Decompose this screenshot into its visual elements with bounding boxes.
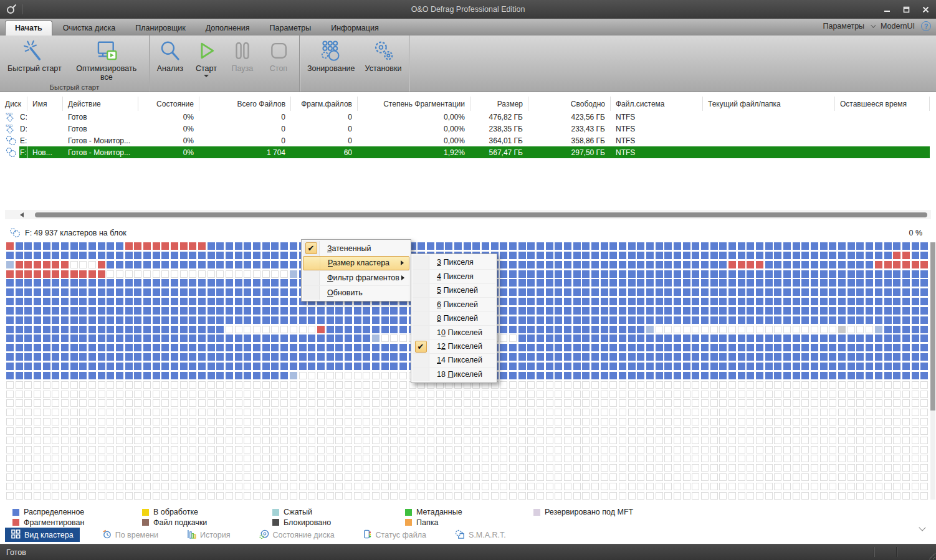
drive-row-d[interactable]: SSDD:Готов0%000,00%238,35 ГБ233,43 ГБNTF… [0,123,930,135]
view-tab-вид-кластера[interactable]: Вид кластера [5,528,80,542]
column-header-размер[interactable]: Размер [470,97,528,111]
быстрый-старт-button[interactable]: Быстрый старт [2,37,67,75]
ribbon-options-button[interactable]: Параметры [823,22,864,31]
ribbon-tab-начать[interactable]: Начать [5,21,52,36]
column-header-оставшееся-время[interactable]: Оставшееся время [835,97,930,111]
cluster-cell [582,242,590,250]
column-header-имя[interactable]: Имя [27,97,63,111]
cluster-cell [327,372,334,379]
column-header-текущий-файл-папка[interactable]: Текущий файл/папка [703,97,835,111]
cluster-cell [801,270,809,278]
cluster-cell [719,242,727,250]
column-header-действие[interactable]: Действие [63,97,138,111]
оптимизировать-все-button[interactable]: Оптимизировать все [67,37,146,83]
cluster-cell [701,270,709,278]
cluster-cell [801,307,809,315]
cluster-cell [856,316,864,324]
зонирование-button[interactable]: Зонирование [302,37,360,75]
cluster-cell [235,261,242,268]
cluster-cell [244,446,251,453]
cluster-cell [491,399,499,407]
horizontal-scrollbar[interactable] [5,210,931,219]
column-header-фрагм.файлов[interactable]: Фрагм.файлов [291,97,358,111]
minimize-icon[interactable] [880,4,894,15]
ribbon-tab-планировщик[interactable]: Планировщик [126,21,194,36]
cluster-cell [491,464,499,472]
view-tab-статус-файла[interactable]: Статус файла [357,528,432,542]
submenu-item-4-пикселя[interactable]: 4 Пикселя [413,269,495,283]
cluster-cell [299,391,307,398]
chevron-down-icon[interactable] [919,524,925,531]
cluster-cell [884,427,892,435]
submenu-item-10-пикселей[interactable]: 10 Пикселей [413,325,495,339]
modernui-toggle[interactable]: ModernUI [881,22,915,31]
column-header-всего-файлов[interactable]: Всего Файлов [199,97,291,111]
cluster-cell [345,483,352,490]
view-tab-по-времени[interactable]: По времени [96,528,165,542]
horizontal-scrollbar-thumb[interactable] [35,212,927,217]
cluster-cell [820,372,828,379]
view-tab-s.m.a.r.t.[interactable]: S.M.A.R.T. [449,528,512,542]
menu-item-фильтр-фрагментов[interactable]: Фильтр фрагментов [303,270,409,285]
column-header-степень-фрагментации[interactable]: Степень Фрагментации [358,97,470,111]
submenu-item-8-пикселей[interactable]: 8 Пикселей [413,311,495,325]
close-icon[interactable] [919,4,932,15]
drive-row-c[interactable]: SSDC:Готов0%000,00%476,82 ГБ423,56 ГБNTF… [0,111,930,123]
submenu-item-3-пикселя[interactable]: 3 Пикселя [413,255,495,269]
cluster-cell [345,316,352,324]
submenu-item-18-пикселей[interactable]: 18 Пикселей [413,367,495,381]
cluster-cell [884,326,892,333]
cell-всего-файлов: 0 [199,123,291,135]
cluster-cell [756,363,763,370]
установки-button[interactable]: Установки [360,37,407,75]
ribbon-tab-информация[interactable]: Информация [322,21,388,36]
vertical-scrollbar[interactable] [930,242,935,500]
cluster-cell [43,464,50,472]
menu-item-обновить[interactable]: Обновить [303,285,409,300]
drive-row-e[interactable]: E:Готов - Монитор...0%000,00%364,01 ГБ35… [0,135,930,146]
cluster-cell [116,409,123,416]
menu-item-размер-кластера[interactable]: Размер кластера [303,256,409,271]
column-header-файл.система[interactable]: Файл.система [611,97,703,111]
submenu-item-6-пикселей[interactable]: 6 Пикселей [413,297,495,311]
maximize-icon[interactable] [899,4,913,15]
старт-button[interactable]: Старт [188,37,224,79]
help-icon[interactable]: ? [921,21,931,31]
cluster-cell [765,298,773,305]
cluster-cell [628,353,636,361]
drive-row-f[interactable]: F:Нов...Готов - Монитор...0%1 704601,92%… [0,146,930,158]
cluster-cell [838,353,846,361]
chevron-down-icon[interactable] [204,75,209,77]
cluster-cell [134,344,141,351]
cluster-cell [79,252,87,259]
cell-степень-фрагментации: 0,00% [358,111,470,123]
cluster-cell [829,335,836,342]
cluster-cell [445,242,452,250]
submenu-item-5-пикселей[interactable]: 5 Пикселей [413,283,495,297]
cluster-cell [335,363,343,370]
cluster-cell [856,298,864,305]
ribbon-tab-дополнения[interactable]: Дополнения [196,21,259,36]
cell-оставшееся-время [835,111,930,123]
column-header-состояние[interactable]: Состояние [138,97,199,111]
column-header-свободно[interactable]: Свободно [528,97,611,111]
cluster-cell [692,335,699,342]
view-tab-состояние-диска[interactable]: Состояние диска [253,528,341,542]
vertical-scrollbar-thumb[interactable] [930,242,935,411]
cluster-cell [70,455,78,462]
cluster-cell [226,446,233,453]
анализ-button[interactable]: Анализ [152,37,188,75]
submenu-item-14-пикселей[interactable]: 14 Пикселей [413,353,495,367]
cluster-cell [354,344,361,351]
scroll-left-arrow-icon[interactable] [20,212,24,217]
ribbon-tab-очистка-диска[interactable]: Очистка диска [54,21,125,36]
menu-item-затененный[interactable]: ✔Затененный [303,241,409,256]
cluster-cell [555,391,562,398]
cluster-cell [637,473,644,481]
ribbon-tab-параметры[interactable]: Параметры [260,21,321,36]
cluster-cell [555,492,562,500]
view-tab-история[interactable]: История [181,528,236,542]
cluster-cell [280,409,288,416]
submenu-item-12-пикселей[interactable]: ✔12 Пикселей [413,339,495,353]
column-header-диск[interactable]: Диск [0,97,27,111]
